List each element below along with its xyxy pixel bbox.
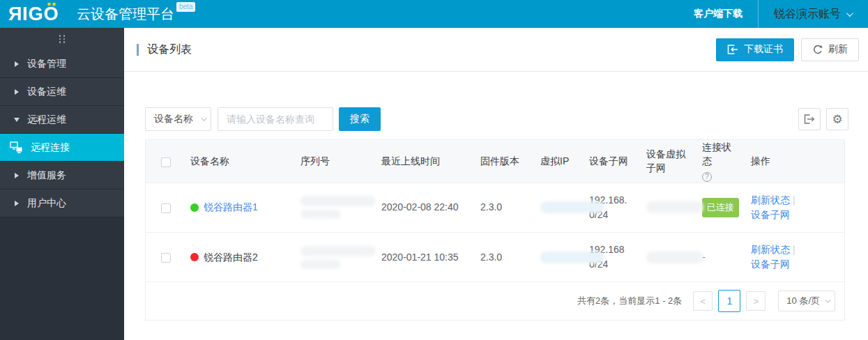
redacted-serial bbox=[300, 210, 341, 219]
refresh-button[interactable]: 刷新 bbox=[801, 38, 859, 61]
export-button[interactable] bbox=[798, 108, 821, 130]
col-virtual-ip: 虚拟IP bbox=[533, 140, 582, 183]
col-last-online: 最近上线时间 bbox=[374, 140, 473, 183]
offline-status-dot bbox=[190, 253, 199, 261]
col-serial: 序列号 bbox=[294, 140, 374, 183]
table-row: 锐谷路由器2 2020-01-21 10:35 2.3.0 bbox=[146, 232, 844, 281]
redacted-virtual-subnet bbox=[646, 201, 703, 213]
help-icon[interactable]: ? bbox=[702, 172, 712, 182]
online-status-dot bbox=[190, 203, 199, 212]
export-icon bbox=[804, 114, 815, 124]
table-header-row: 设备名称 序列号 最近上线时间 固件版本 虚拟IP 设备子网 设备虚拟子网 连接… bbox=[146, 140, 844, 183]
row-checkbox[interactable] bbox=[161, 203, 171, 213]
redacted-virtual-subnet bbox=[646, 252, 703, 263]
account-name: 锐谷演示账号 bbox=[774, 7, 841, 22]
select-all-checkbox[interactable] bbox=[161, 157, 171, 167]
firmware-cell: 2.3.0 bbox=[473, 232, 533, 281]
logo-umlaut-dots bbox=[47, 3, 55, 6]
search-input[interactable] bbox=[218, 107, 333, 131]
action-refresh-status[interactable]: 刷新状态 bbox=[751, 194, 790, 206]
serial-cell bbox=[294, 232, 374, 281]
redacted-virtual-ip bbox=[540, 252, 604, 263]
logo-letter-o: O bbox=[44, 3, 59, 25]
sidebar-item-remote-operations[interactable]: 远程运维 bbox=[0, 106, 124, 134]
redacted-virtual-ip bbox=[540, 201, 604, 213]
download-icon bbox=[727, 45, 738, 54]
triangle-right-icon bbox=[15, 89, 19, 95]
redacted-serial bbox=[300, 260, 341, 269]
table-row: 锐谷路由器1 2020-02-08 22:40 2.3.0 bbox=[146, 183, 844, 232]
search-button[interactable]: 搜索 bbox=[339, 107, 381, 131]
sidebar-item-value-added-services[interactable]: 增值服务 bbox=[0, 162, 124, 190]
firmware-cell: 2.3.0 bbox=[473, 183, 533, 232]
actions-cell: 刷新状态| 设备子网 bbox=[744, 232, 844, 281]
triangle-right-icon bbox=[15, 173, 19, 178]
pagination-bar: 共有2条，当前显示1 - 2条 < 1 > 10 条/页 bbox=[146, 281, 844, 320]
logo-letters-ig: IG bbox=[22, 3, 44, 25]
action-device-subnet[interactable]: 设备子网 bbox=[751, 209, 790, 220]
sidebar: 设备管理 设备运维 远程运维 远程连接 bbox=[0, 28, 124, 340]
logo-letter-r: R bbox=[8, 3, 22, 25]
virtual-ip-cell bbox=[533, 232, 582, 281]
col-connection-status: 连接状态 ? bbox=[695, 140, 744, 183]
col-virtual-subnet: 设备虚拟子网 bbox=[639, 140, 695, 183]
sidebar-item-remote-connection[interactable]: 远程连接 bbox=[0, 134, 124, 162]
beta-badge: beta bbox=[176, 2, 195, 12]
download-cert-button[interactable]: 下载证书 bbox=[716, 38, 794, 61]
virtual-subnet-cell bbox=[639, 183, 695, 232]
virtual-subnet-cell bbox=[639, 232, 695, 281]
virtual-ip-cell bbox=[533, 183, 582, 232]
chevron-down-icon bbox=[846, 10, 853, 17]
device-name-link[interactable]: 锐谷路由器1 bbox=[204, 200, 258, 215]
triangle-right-icon bbox=[15, 201, 19, 206]
col-actions: 操作 bbox=[744, 140, 844, 183]
sidebar-item-device-operations[interactable]: 设备运维 bbox=[0, 78, 124, 106]
last-online-cell: 2020-02-08 22:40 bbox=[374, 183, 473, 232]
header-bar: RIGO 云设备管理平台 beta 客户端下载 锐谷演示账号 bbox=[0, 0, 868, 28]
page-size-select[interactable]: 10 条/页 bbox=[778, 291, 835, 311]
col-subnet: 设备子网 bbox=[582, 140, 639, 183]
pagination-summary: 共有2条，当前显示1 - 2条 bbox=[577, 295, 682, 307]
sidebar-item-device-management[interactable]: 设备管理 bbox=[0, 50, 124, 78]
triangle-down-icon bbox=[14, 118, 20, 122]
app-window: RIGO 云设备管理平台 beta 客户端下载 锐谷演示账号 设备管理 bbox=[0, 0, 868, 340]
page-1-button[interactable]: 1 bbox=[718, 290, 740, 312]
status-badge: 已连接 bbox=[702, 198, 739, 217]
page-title: 设备列表 bbox=[137, 42, 192, 57]
search-toolbar: 设备名称 搜索 ⚙ bbox=[145, 107, 848, 131]
last-online-cell: 2020-01-21 10:35 bbox=[374, 232, 473, 281]
content-area: 设备名称 搜索 ⚙ bbox=[124, 72, 868, 340]
sidebar-collapse-handle[interactable] bbox=[0, 28, 124, 50]
brand-logo: RIGO bbox=[0, 0, 67, 28]
action-device-subnet[interactable]: 设备子网 bbox=[751, 258, 790, 270]
gear-icon: ⚙ bbox=[832, 114, 842, 125]
sidebar-filler bbox=[0, 217, 124, 340]
account-menu[interactable]: 锐谷演示账号 bbox=[759, 7, 868, 22]
next-page-button[interactable]: > bbox=[746, 291, 766, 311]
triangle-right-icon bbox=[15, 61, 19, 67]
col-firmware: 固件版本 bbox=[473, 140, 533, 183]
row-checkbox[interactable] bbox=[161, 253, 171, 263]
refresh-icon bbox=[812, 45, 823, 55]
client-download-link[interactable]: 客户端下载 bbox=[678, 8, 758, 20]
col-device-name: 设备名称 bbox=[183, 140, 294, 183]
settings-button[interactable]: ⚙ bbox=[826, 108, 848, 130]
chevron-down-icon bbox=[825, 298, 830, 303]
action-refresh-status[interactable]: 刷新状态 bbox=[751, 244, 790, 255]
main-panel: 设备列表 下载证书 bbox=[124, 28, 868, 340]
sidebar-item-user-center[interactable]: 用户中心 bbox=[0, 190, 124, 217]
app-title: 云设备管理平台 beta bbox=[77, 5, 195, 24]
remote-connection-icon bbox=[10, 141, 23, 153]
title-bar: 设备列表 下载证书 bbox=[124, 28, 868, 72]
header-right: 客户端下载 锐谷演示账号 bbox=[678, 0, 868, 28]
serial-cell bbox=[294, 183, 374, 232]
filter-select[interactable]: 设备名称 bbox=[145, 107, 211, 131]
device-name-text: 锐谷路由器2 bbox=[204, 250, 258, 265]
drag-dots-icon bbox=[59, 35, 66, 43]
redacted-serial bbox=[300, 196, 376, 206]
chevron-down-icon bbox=[201, 115, 206, 121]
device-table: 设备名称 序列号 最近上线时间 固件版本 虚拟IP 设备子网 设备虚拟子网 连接… bbox=[145, 139, 845, 320]
actions-cell: 刷新状态| 设备子网 bbox=[744, 183, 844, 232]
redacted-serial bbox=[300, 246, 376, 256]
prev-page-button[interactable]: < bbox=[693, 291, 713, 311]
